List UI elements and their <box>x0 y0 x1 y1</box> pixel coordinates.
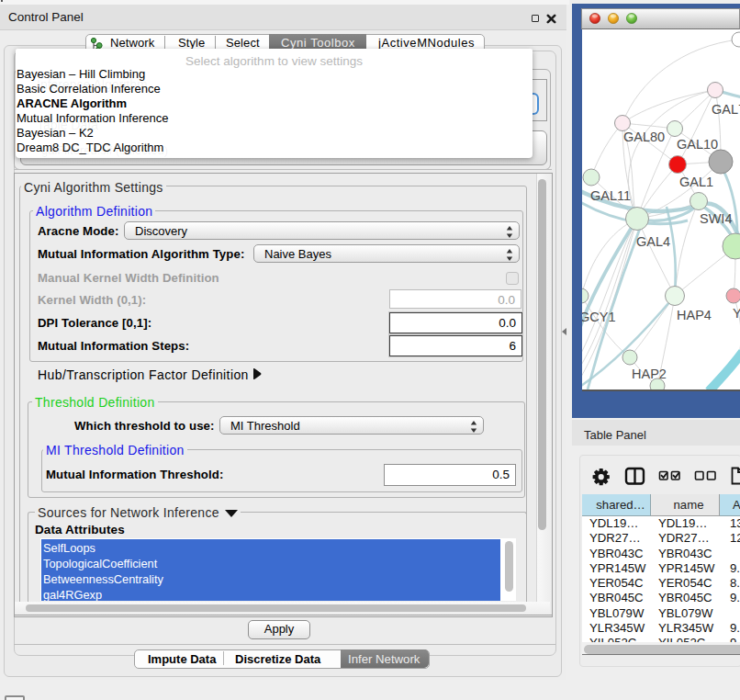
svg-text:GAL10: GAL10 <box>677 137 718 152</box>
svg-text:GAL1: GAL1 <box>679 175 713 189</box>
svg-text:SWI4: SWI4 <box>700 211 732 226</box>
svg-text:GAL4: GAL4 <box>636 234 670 249</box>
svg-text:GCY1: GCY1 <box>582 310 616 324</box>
svg-text:Y: Y <box>733 306 740 321</box>
svg-text:HAP2: HAP2 <box>632 367 667 381</box>
svg-text:GAL7: GAL7 <box>712 102 740 117</box>
svg-text:GAL80: GAL80 <box>623 130 665 144</box>
svg-text:HAP4: HAP4 <box>677 308 712 322</box>
svg-text:GAL11: GAL11 <box>590 188 631 203</box>
